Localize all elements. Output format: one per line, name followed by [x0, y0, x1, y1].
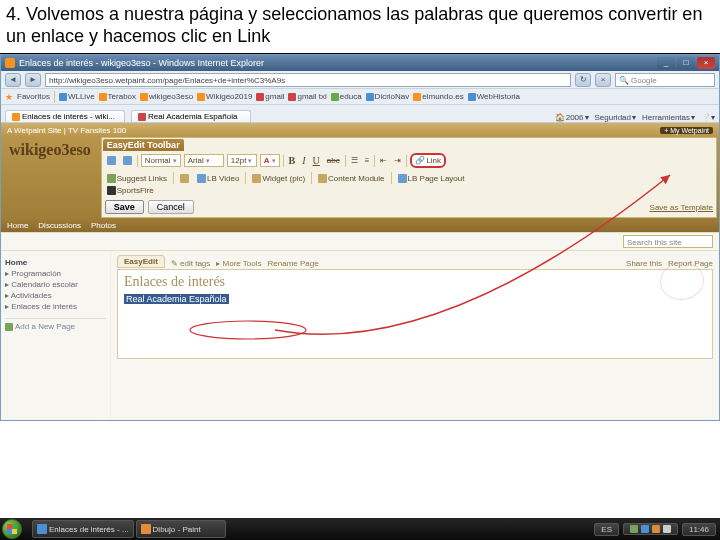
bold-button[interactable]: B [287, 155, 298, 166]
strike-button[interactable]: abc [325, 156, 342, 165]
tray-icons[interactable] [623, 523, 678, 535]
content-area: Home ▸ Programación ▸ Calendario escolar… [1, 250, 719, 420]
fav-item[interactable]: educa [331, 92, 362, 101]
bullet-list-button[interactable]: ☰ [349, 156, 360, 165]
sidebar-item[interactable]: ▸ Enlaces de interés [5, 301, 106, 312]
more-tools-link[interactable]: ▸ More Tools [216, 259, 261, 268]
indent-button[interactable]: ⇥ [392, 156, 403, 165]
fav-item[interactable]: Wikigeo2019 [197, 92, 252, 101]
page-editor[interactable]: Enlaces de interés Real Academia Español… [117, 269, 713, 359]
home-dropdown[interactable]: 🏠 2006 ▾ [555, 113, 589, 122]
address-bar[interactable]: http://wikigeo3eso.wetpaint.com/page/Enl… [45, 73, 571, 87]
nav-home[interactable]: Home [7, 221, 28, 230]
nav-photos[interactable]: Photos [91, 221, 116, 230]
nav-discussions[interactable]: Discussions [38, 221, 81, 230]
video-button[interactable]: LB Video [195, 174, 241, 183]
system-tray: ES 11:46 [594, 523, 718, 536]
font-select[interactable]: Arial▾ [184, 154, 224, 167]
sidebar-item[interactable]: ▸ Calendario escolar [5, 279, 106, 290]
save-as-template-link[interactable]: Save as Template [650, 203, 713, 212]
tools-dropdown[interactable]: Herramientas ▾ [642, 113, 695, 122]
toolbar-title: EasyEdit Toolbar [103, 139, 184, 151]
site-header: wikigeo3eso EasyEdit Toolbar Normal▾ Ari… [1, 137, 719, 218]
favorites-label: Favoritos [17, 92, 50, 101]
language-indicator[interactable]: ES [594, 523, 619, 536]
windows-taskbar: Enlaces de interés - ... Dibujo - Paint … [0, 518, 720, 540]
fav-item[interactable]: gmail [256, 92, 284, 101]
close-button[interactable]: × [697, 57, 715, 69]
cancel-button[interactable]: Cancel [148, 200, 194, 214]
window-title: Enlaces de interés - wikigeo3eso - Windo… [19, 58, 655, 68]
security-dropdown[interactable]: Seguridad ▾ [595, 113, 636, 122]
add-new-page-link[interactable]: Add a New Page [5, 322, 106, 331]
plus-icon [5, 323, 13, 331]
taskbar-item[interactable]: Enlaces de interés - ... [32, 520, 134, 538]
browser-window: Enlaces de interés - wikigeo3eso - Windo… [0, 54, 720, 421]
forward-button[interactable]: ► [25, 73, 41, 87]
favorites-bar: ★ Favoritos WLLive Terabox wikigeo3eso W… [1, 89, 719, 105]
refresh-button[interactable]: ↻ [575, 73, 591, 87]
favorites-star-icon[interactable]: ★ [5, 92, 13, 102]
sidebar-item-home[interactable]: Home [5, 257, 106, 268]
page-layout-button[interactable]: LB Page Layout [396, 174, 467, 183]
instruction-text: 4. Volvemos a nuestra página y seleccion… [0, 0, 720, 54]
clock[interactable]: 11:46 [682, 523, 716, 536]
insert-button[interactable] [178, 174, 191, 183]
browser-tab[interactable]: Real Academia Española [131, 110, 251, 122]
paint-icon [141, 524, 151, 534]
fav-item[interactable]: gmail txl [288, 92, 326, 101]
widget-button[interactable]: Widget (pic) [250, 174, 307, 183]
back-button[interactable]: ◄ [5, 73, 21, 87]
selected-text[interactable]: Real Academia Española [124, 294, 229, 304]
fav-item[interactable]: Terabox [99, 92, 136, 101]
my-wetpaint-link[interactable]: + My Wetpaint [660, 127, 713, 134]
sidebar-item[interactable]: ▸ Programación [5, 268, 106, 279]
undo-button[interactable] [105, 156, 118, 165]
easyedit-toolbar: EasyEdit Toolbar Normal▾ Arial▾ 12pt▾ A▾… [101, 137, 717, 218]
ie-icon [37, 524, 47, 534]
maximize-button[interactable]: □ [677, 57, 695, 69]
fav-item[interactable]: wikigeo3eso [140, 92, 193, 101]
banner-left: A Wetpaint Site | TV Fansites 100 [7, 126, 126, 135]
stop-button[interactable]: × [595, 73, 611, 87]
style-select[interactable]: Normal▾ [141, 154, 181, 167]
wetpaint-banner: A Wetpaint Site | TV Fansites 100 + My W… [1, 123, 719, 137]
page-icon [5, 58, 15, 68]
browser-tab-row: Enlaces de interés - wiki... Real Academ… [1, 105, 719, 123]
size-select[interactable]: 12pt▾ [227, 154, 257, 167]
content-module-button[interactable]: Content Module [316, 174, 386, 183]
start-button[interactable] [2, 519, 22, 539]
save-button[interactable]: Save [105, 200, 144, 214]
rename-page-link[interactable]: Rename Page [268, 259, 319, 268]
title-bar: Enlaces de interés - wikigeo3eso - Windo… [1, 55, 719, 71]
fav-item[interactable]: DicrioNav [366, 92, 410, 101]
minimize-button[interactable]: _ [657, 57, 675, 69]
italic-button[interactable]: I [300, 155, 307, 166]
fav-item[interactable]: elmundo.es [413, 92, 463, 101]
help-button[interactable]: ❔▾ [701, 113, 715, 122]
link-button[interactable]: 🔗Link [410, 153, 446, 168]
page-heading: Enlaces de interés [124, 274, 706, 290]
windows-logo-icon [7, 524, 17, 534]
link-icon: 🔗 [415, 156, 425, 165]
browser-tab-active[interactable]: Enlaces de interés - wiki... [5, 110, 125, 122]
color-select[interactable]: A▾ [260, 154, 280, 167]
main-panel: EasyEdit ✎ edit tags ▸ More Tools Rename… [111, 251, 719, 420]
page-toolbar: EasyEdit ✎ edit tags ▸ More Tools Rename… [117, 255, 713, 268]
fav-item[interactable]: WebHistoria [468, 92, 520, 101]
easyedit-tab[interactable]: EasyEdit [117, 255, 165, 268]
outdent-button[interactable]: ⇤ [378, 156, 389, 165]
site-search-input[interactable]: Search this site [623, 235, 713, 248]
taskbar-item[interactable]: Dibujo - Paint [136, 520, 226, 538]
redo-button[interactable] [121, 156, 134, 165]
fav-item[interactable]: WLLive [59, 92, 95, 101]
number-list-button[interactable]: ≡ [363, 156, 372, 165]
sidebar-item[interactable]: ▸ Actividades [5, 290, 106, 301]
sportsfire-button[interactable]: SportsFire [105, 186, 156, 195]
browser-search-input[interactable]: 🔍Google [615, 73, 715, 87]
sidebar: Home ▸ Programación ▸ Calendario escolar… [1, 251, 111, 420]
suggest-links-button[interactable]: Suggest Links [105, 174, 169, 183]
underline-button[interactable]: U [311, 155, 322, 166]
share-this-link[interactable]: Share this [626, 259, 662, 268]
edit-tags-link[interactable]: ✎ edit tags [171, 259, 210, 268]
